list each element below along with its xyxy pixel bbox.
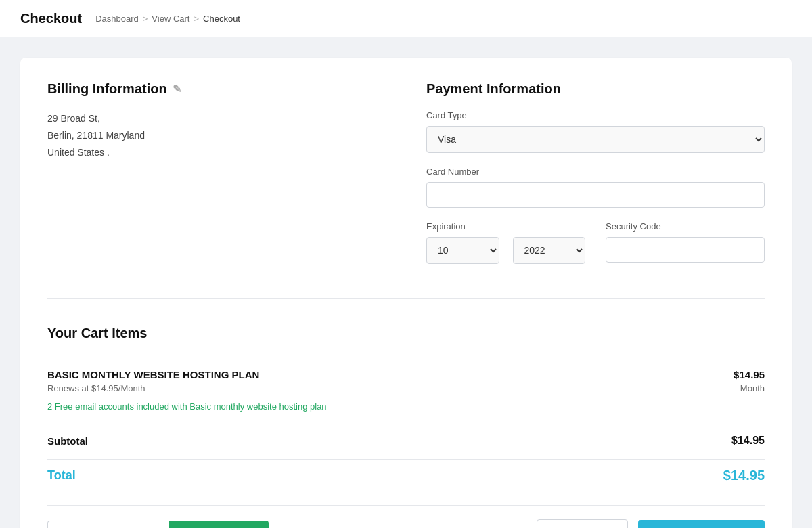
billing-section: Billing Information ✎ 29 Broad St, Berli… xyxy=(47,81,386,278)
card-number-label: Card Number xyxy=(426,167,765,177)
billing-address: 29 Broad St, Berlin, 21811 Maryland Unit… xyxy=(47,110,386,162)
address-line3: United States . xyxy=(47,144,386,161)
cart-item-price: $14.95 xyxy=(734,369,765,380)
card-type-select[interactable]: Visa Mastercard American Express xyxy=(426,126,765,153)
payment-section: Payment Information Card Type Visa Maste… xyxy=(426,81,765,278)
expiration-label: Expiration xyxy=(426,221,585,232)
billing-title: Billing Information ✎ xyxy=(47,81,386,97)
cart-item-renew: Renews at $14.95/Month xyxy=(47,383,259,393)
main-content: Billing Information ✎ 29 Broad St, Berli… xyxy=(0,37,812,528)
cart-item-row: BASIC MONTHLY WEBSITE HOSTING PLAN Renew… xyxy=(47,369,765,393)
billing-title-text: Billing Information xyxy=(47,81,167,97)
expiry-month-select[interactable]: 10 01 02 03 04 05 06 07 08 09 11 xyxy=(426,237,499,264)
subtotal-value: $14.95 xyxy=(731,435,765,447)
page-header: Checkout Dashboard > View Cart > Checkou… xyxy=(0,0,812,37)
breadcrumb-view-cart[interactable]: View Cart xyxy=(152,14,189,24)
top-section: Billing Information ✎ 29 Broad St, Berli… xyxy=(47,81,765,299)
address-line1: 29 Broad St, xyxy=(47,110,386,127)
cart-item-left: BASIC MONTHLY WEBSITE HOSTING PLAN Renew… xyxy=(47,369,259,393)
cart-section-title: Your Cart Items xyxy=(47,326,765,341)
complete-purchase-button[interactable]: Complete Purchase xyxy=(638,520,765,528)
card-type-group: Card Type Visa Mastercard American Expre… xyxy=(426,110,765,153)
footer-actions: Apply Discount Back to Cart Complete Pur… xyxy=(47,505,765,528)
discount-group: Apply Discount xyxy=(47,521,269,529)
subtotal-label: Subtotal xyxy=(47,435,88,447)
security-code-input[interactable] xyxy=(606,237,765,263)
card-type-label: Card Type xyxy=(426,110,765,120)
back-to-cart-button[interactable]: Back to Cart xyxy=(537,519,628,528)
action-buttons: Back to Cart Complete Purchase xyxy=(537,519,765,528)
edit-icon[interactable]: ✎ xyxy=(173,83,181,95)
discount-code-input[interactable] xyxy=(47,521,169,529)
address-line2: Berlin, 21811 Maryland xyxy=(47,127,386,144)
card-number-group: Card Number xyxy=(426,167,765,208)
breadcrumb-sep-1: > xyxy=(143,14,148,24)
breadcrumb-current: Checkout xyxy=(203,14,240,24)
payment-title-text: Payment Information xyxy=(426,81,561,97)
page-title: Checkout xyxy=(20,11,82,26)
breadcrumb-dashboard[interactable]: Dashboard xyxy=(95,14,139,24)
card-number-input[interactable] xyxy=(426,182,765,208)
breadcrumb-sep-2: > xyxy=(194,14,199,24)
total-label: Total xyxy=(47,468,76,483)
expiration-group: Expiration 10 01 02 03 04 05 06 07 xyxy=(426,221,585,264)
cart-item-right: $14.95 Month xyxy=(734,369,765,393)
total-row: Total $14.95 xyxy=(47,459,765,491)
security-code-label: Security Code xyxy=(606,221,765,232)
security-code-group: Security Code xyxy=(606,221,765,264)
expiry-security-row: Expiration 10 01 02 03 04 05 06 07 xyxy=(426,221,765,278)
cart-section: Your Cart Items BASIC MONTHLY WEBSITE HO… xyxy=(47,326,765,528)
apply-discount-button[interactable]: Apply Discount xyxy=(169,521,269,529)
checkout-card: Billing Information ✎ 29 Broad St, Berli… xyxy=(20,58,792,528)
cart-item-promo: 2 Free email accounts included with Basi… xyxy=(47,401,765,412)
expiry-dropdowns: 10 01 02 03 04 05 06 07 08 09 11 xyxy=(426,237,585,264)
cart-item-name: BASIC MONTHLY WEBSITE HOSTING PLAN xyxy=(47,369,259,380)
subtotal-row: Subtotal $14.95 xyxy=(47,422,765,459)
total-value: $14.95 xyxy=(723,468,765,483)
breadcrumb: Dashboard > View Cart > Checkout xyxy=(95,14,240,24)
cart-item-period: Month xyxy=(734,383,765,393)
cart-item: BASIC MONTHLY WEBSITE HOSTING PLAN Renew… xyxy=(47,355,765,422)
payment-title: Payment Information xyxy=(426,81,765,97)
expiry-year-select[interactable]: 2022 2023 2024 2025 xyxy=(513,237,586,264)
